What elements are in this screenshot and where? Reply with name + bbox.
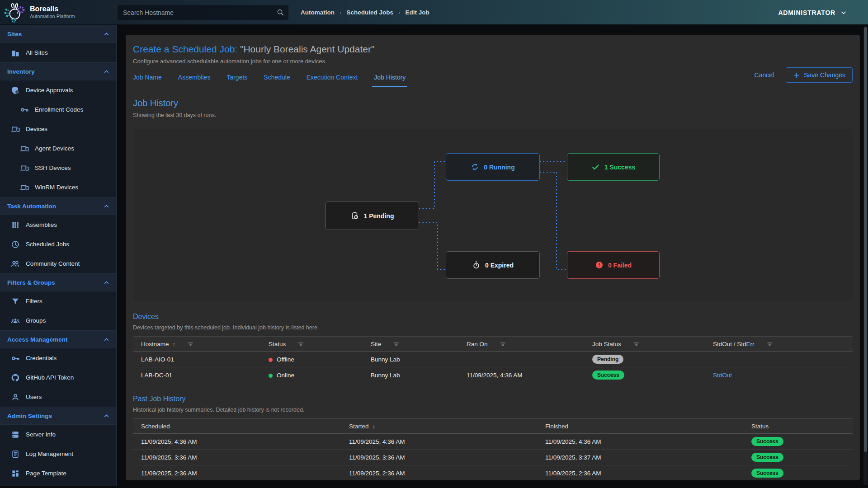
clock-icon: [11, 240, 20, 249]
flow-node-expired[interactable]: 0 Expired: [446, 251, 540, 279]
sidebar-item-credentials[interactable]: Credentials: [0, 348, 116, 368]
sidebar-section-sites[interactable]: Sites: [0, 25, 116, 43]
filter-icon[interactable]: [187, 341, 194, 347]
sidebar-section-admin-settings[interactable]: Admin Settings: [0, 407, 116, 425]
breadcrumb-item-edit-job[interactable]: Edit Job: [406, 9, 429, 16]
past-job-row[interactable]: 11/09/2025, 4:36 AM 11/09/2025, 4:36 AM …: [133, 434, 853, 450]
sidebar-item-devices[interactable]: Devices: [0, 119, 116, 139]
page-title: Create a Scheduled Job: "Hourly Borealis…: [133, 44, 853, 55]
chevron-up-icon: [103, 68, 110, 75]
sidebar-item-enrollment-codes[interactable]: Enrollment Codes: [0, 100, 116, 119]
filter-icon[interactable]: [393, 341, 400, 347]
sidebar-item-scheduled-jobs[interactable]: Scheduled Jobs: [0, 235, 116, 254]
tab-execution-context[interactable]: Execution Context: [307, 74, 358, 87]
filter-icon[interactable]: [766, 341, 773, 347]
device-hostname: LAB-DC-01: [141, 372, 269, 379]
sidebar-item-page-template[interactable]: Page Template: [0, 464, 116, 483]
tab-job-history[interactable]: Job History: [374, 74, 406, 87]
server-icon: [11, 430, 20, 439]
device-stdout: StdOut: [713, 372, 853, 379]
breadcrumb-item-automation[interactable]: Automation: [301, 9, 335, 16]
filter-icon[interactable]: [297, 341, 304, 347]
sidebar-item-users[interactable]: Users: [0, 387, 116, 407]
search-icon[interactable]: [277, 9, 284, 16]
device-ran-on: 11/09/2025, 4:36 AM: [467, 372, 592, 379]
tab-schedule[interactable]: Schedule: [264, 74, 290, 87]
device-row-lab-aio-01[interactable]: LAB-AIO-01 Offline Bunny Lab Pending: [133, 352, 853, 367]
sidebar-item-agent-devices[interactable]: Agent Devices: [0, 139, 116, 158]
sidebar-item-community-content[interactable]: Community Content: [0, 254, 116, 273]
flow-node-success[interactable]: 1 Success: [567, 153, 660, 181]
status-dot: [269, 374, 273, 378]
column-header-status[interactable]: Status: [269, 341, 371, 347]
save-changes-label: Save Changes: [804, 71, 845, 79]
column-header-stdout-stderr[interactable]: StdOut / StdErr: [713, 341, 853, 347]
sidebar-section-filters-groups[interactable]: Filters & Groups: [0, 273, 116, 291]
flow-node-pending[interactable]: 1 Pending: [326, 202, 419, 230]
page-scrollbar[interactable]: [863, 26, 868, 485]
sidebar-item-ssh-devices[interactable]: SSH Devices: [0, 158, 116, 178]
column-header-site[interactable]: Site: [371, 341, 467, 347]
sidebar-section-task-automation[interactable]: Task Automation: [0, 197, 116, 215]
sidebar-section: Filters & Groups Filters Groups: [0, 273, 116, 330]
devices-heading: Devices: [133, 313, 853, 321]
sidebar-item-winrm-devices[interactable]: WinRM Devices: [0, 178, 116, 197]
job-history-heading: Job History: [133, 98, 853, 108]
column-header-started[interactable]: Started ↓: [349, 423, 545, 430]
tab-targets[interactable]: Targets: [226, 74, 247, 87]
job-status-flow-diagram: 1 Pending 0 Running 1 Success 0 Expired …: [133, 129, 853, 301]
flow-node-label: 1 Pending: [364, 212, 394, 220]
sidebar-item-github-api-token[interactable]: GitHub API Token: [0, 368, 116, 387]
flow-node-running[interactable]: 0 Running: [446, 153, 540, 181]
scrollbar-thumb[interactable]: [864, 27, 867, 452]
key-icon: [11, 354, 20, 363]
past-job-history-table: Scheduled Started ↓ Finished Status 11/0…: [133, 418, 853, 480]
sort-ascending-icon[interactable]: ↑: [173, 341, 176, 347]
tab-assemblies[interactable]: Assemblies: [178, 74, 211, 87]
flow-node-failed[interactable]: 0 Failed: [567, 251, 660, 279]
past-started: 11/09/2025, 2:36 AM: [349, 470, 545, 477]
search-input[interactable]: [118, 5, 288, 20]
filter-icon[interactable]: [633, 341, 640, 347]
flow-node-label: 1 Success: [604, 164, 636, 171]
column-header-status[interactable]: Status: [751, 423, 853, 430]
column-header-scheduled[interactable]: Scheduled: [141, 423, 349, 430]
device-job-status: Pending: [592, 355, 713, 364]
sidebar-item-device-approvals[interactable]: Device Approvals: [0, 80, 116, 100]
hostname-search: [118, 5, 288, 20]
sidebar-section-access-management[interactable]: Access Management: [0, 330, 116, 348]
column-header-ran-on[interactable]: Ran On: [467, 341, 592, 347]
breadcrumb-separator: ›: [340, 9, 342, 16]
breadcrumb-item-scheduled-jobs[interactable]: Scheduled Jobs: [347, 9, 394, 16]
sidebar-section: Access Management Credentials GitHub API…: [0, 330, 116, 407]
past-started: 11/09/2025, 4:36 AM: [349, 438, 545, 445]
device-status: Online: [269, 372, 371, 379]
device-row-lab-dc-01[interactable]: LAB-DC-01 Online Bunny Lab 11/09/2025, 4…: [133, 367, 853, 383]
admin-user-menu[interactable]: ADMINISTRATOR: [778, 0, 847, 25]
top-bar: Borealis Automation Platform Automation›…: [0, 0, 868, 25]
borealis-rabbit-logo: [4, 1, 26, 23]
sidebar-item-all-sites[interactable]: All Sites: [0, 43, 116, 62]
column-header-finished[interactable]: Finished: [545, 423, 751, 430]
sidebar-section-inventory[interactable]: Inventory: [0, 62, 116, 80]
column-header-hostname[interactable]: Hostname ↑: [141, 341, 269, 347]
page-title-prefix: Create a Scheduled Job:: [133, 44, 237, 54]
person-icon: [11, 393, 20, 402]
stdout-link[interactable]: StdOut: [713, 372, 732, 379]
past-job-row[interactable]: 11/09/2025, 2:36 AM 11/09/2025, 2:36 AM …: [133, 465, 853, 480]
groups-icon: [11, 316, 20, 325]
people-icon: [11, 259, 20, 268]
cancel-button[interactable]: Cancel: [755, 71, 774, 79]
sidebar-item-server-info[interactable]: Server Info: [0, 425, 116, 444]
filter-icon[interactable]: [500, 341, 506, 347]
column-header-job-status[interactable]: Job Status: [592, 341, 713, 347]
sort-descending-icon[interactable]: ↓: [373, 423, 376, 430]
sidebar-item-filters[interactable]: Filters: [0, 291, 116, 311]
tab-job-name[interactable]: Job Name: [133, 74, 162, 87]
save-changes-button[interactable]: Save Changes: [786, 67, 853, 83]
sidebar-item-groups[interactable]: Groups: [0, 311, 116, 330]
check-icon: [591, 163, 600, 171]
sidebar-item-assemblies[interactable]: Assemblies: [0, 215, 116, 235]
sidebar-item-log-management[interactable]: Log Management: [0, 444, 116, 464]
past-job-row[interactable]: 11/09/2025, 3:36 AM 11/09/2025, 3:36 AM …: [133, 450, 853, 465]
